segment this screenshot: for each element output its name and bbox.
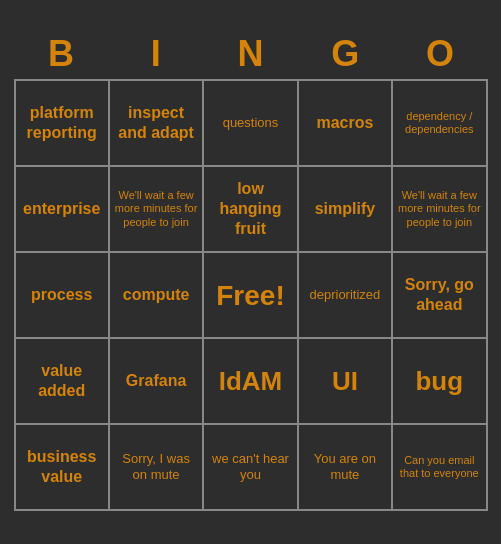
bingo-cell-7[interactable]: low hanging fruit [204,167,298,253]
bingo-cell-17[interactable]: IdAM [204,339,298,425]
letter-b: B [18,33,104,75]
bingo-grid: platform reportinginspect and adaptquest… [14,79,488,511]
bingo-cell-3[interactable]: macros [299,81,393,167]
bingo-cell-5[interactable]: enterprise [16,167,110,253]
bingo-cell-14[interactable]: Sorry, go ahead [393,253,487,339]
bingo-cell-23[interactable]: You are on mute [299,425,393,511]
letter-g: G [302,33,388,75]
letter-i: I [113,33,199,75]
bingo-card: B I N G O platform reportinginspect and … [6,25,496,519]
bingo-cell-8[interactable]: simplify [299,167,393,253]
bingo-cell-24[interactable]: Can you email that to everyone [393,425,487,511]
bingo-cell-10[interactable]: process [16,253,110,339]
letter-n: N [207,33,293,75]
bingo-cell-16[interactable]: Grafana [110,339,204,425]
bingo-cell-9[interactable]: We'll wait a few more minutes for people… [393,167,487,253]
bingo-cell-4[interactable]: dependency / dependencies [393,81,487,167]
bingo-cell-1[interactable]: inspect and adapt [110,81,204,167]
bingo-cell-22[interactable]: we can't hear you [204,425,298,511]
bingo-cell-13[interactable]: deprioritized [299,253,393,339]
letter-o: O [397,33,483,75]
bingo-cell-19[interactable]: bug [393,339,487,425]
bingo-cell-11[interactable]: compute [110,253,204,339]
bingo-cell-6[interactable]: We'll wait a few more minutes for people… [110,167,204,253]
bingo-cell-2[interactable]: questions [204,81,298,167]
bingo-cell-0[interactable]: platform reporting [16,81,110,167]
bingo-cell-21[interactable]: Sorry, I was on mute [110,425,204,511]
bingo-cell-12[interactable]: Free! [204,253,298,339]
bingo-cell-20[interactable]: business value [16,425,110,511]
bingo-header: B I N G O [14,33,488,75]
bingo-cell-15[interactable]: value added [16,339,110,425]
bingo-cell-18[interactable]: UI [299,339,393,425]
